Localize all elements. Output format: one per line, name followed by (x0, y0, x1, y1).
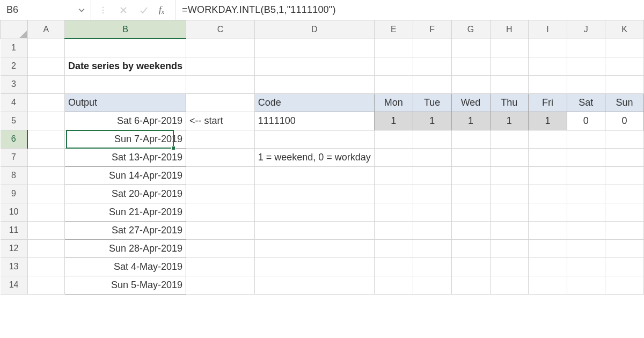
col-header-A[interactable]: A (27, 20, 64, 39)
cell[interactable] (529, 57, 567, 75)
cell[interactable] (490, 57, 529, 75)
cell[interactable] (374, 258, 413, 276)
day-value[interactable]: 1 (374, 112, 413, 130)
cell[interactable] (186, 148, 255, 166)
cell[interactable] (186, 239, 255, 258)
cell[interactable] (186, 258, 255, 276)
cell[interactable] (186, 57, 255, 75)
cell[interactable] (254, 75, 374, 93)
cell[interactable] (451, 276, 490, 294)
day-value[interactable]: 1 (451, 112, 490, 130)
cell[interactable] (186, 185, 255, 203)
output-cell[interactable]: Sun 14-Apr-2019 (64, 166, 186, 185)
cell[interactable] (254, 166, 374, 185)
cell[interactable] (529, 185, 567, 203)
cell[interactable] (374, 221, 413, 239)
col-header-K[interactable]: K (605, 20, 644, 39)
cell[interactable] (490, 276, 529, 294)
cell[interactable] (529, 39, 567, 57)
row-header-14[interactable]: 14 (1, 276, 28, 294)
day-header[interactable]: Sun (605, 93, 644, 112)
row-header-5[interactable]: 5 (1, 112, 28, 130)
day-header[interactable]: Sat (567, 93, 605, 112)
cell[interactable] (605, 239, 644, 258)
cell[interactable] (490, 258, 529, 276)
cell[interactable] (27, 148, 64, 166)
cell[interactable] (254, 57, 374, 75)
cell[interactable] (529, 148, 567, 166)
cell[interactable] (490, 130, 529, 148)
cell[interactable] (413, 166, 451, 185)
cell[interactable] (605, 185, 644, 203)
output-cell[interactable]: Sat 27-Apr-2019 (64, 221, 186, 239)
cell[interactable] (567, 185, 605, 203)
cell[interactable] (529, 239, 567, 258)
code-header[interactable]: Code (254, 93, 374, 112)
cell[interactable] (27, 166, 64, 185)
col-header-C[interactable]: C (186, 20, 255, 39)
cell[interactable] (490, 166, 529, 185)
cell[interactable] (254, 130, 374, 148)
cell[interactable] (567, 148, 605, 166)
day-value[interactable]: 1 (490, 112, 529, 130)
cell[interactable] (529, 166, 567, 185)
name-box-value[interactable]: B6 (4, 3, 77, 17)
col-header-I[interactable]: I (529, 20, 567, 39)
cell[interactable] (567, 239, 605, 258)
day-header[interactable]: Tue (413, 93, 451, 112)
row-header-8[interactable]: 8 (1, 166, 28, 185)
cell[interactable] (64, 75, 186, 93)
cell[interactable] (451, 166, 490, 185)
select-all-triangle[interactable] (1, 20, 28, 39)
col-header-G[interactable]: G (451, 20, 490, 39)
cell[interactable] (27, 258, 64, 276)
cell[interactable] (186, 166, 255, 185)
row-header-6[interactable]: 6 (1, 130, 28, 148)
cell[interactable] (27, 276, 64, 294)
cell[interactable] (254, 39, 374, 57)
cell[interactable] (413, 221, 451, 239)
day-header[interactable]: Wed (451, 93, 490, 112)
cell[interactable] (27, 130, 64, 148)
cell[interactable] (374, 166, 413, 185)
cell[interactable] (186, 93, 255, 112)
cell[interactable] (27, 185, 64, 203)
cell[interactable] (413, 148, 451, 166)
name-box-dropdown-icon[interactable] (77, 6, 86, 14)
cell[interactable] (451, 239, 490, 258)
cell[interactable] (451, 75, 490, 93)
name-box[interactable]: B6 (0, 0, 91, 20)
cell[interactable] (413, 239, 451, 258)
cell[interactable] (27, 221, 64, 239)
cell[interactable] (413, 75, 451, 93)
day-header[interactable]: Thu (490, 93, 529, 112)
cell[interactable] (451, 185, 490, 203)
day-header[interactable]: Fri (529, 93, 567, 112)
cell[interactable] (451, 57, 490, 75)
cell-legend[interactable]: 1 = weekend, 0 = workday (254, 148, 374, 166)
cell[interactable] (27, 75, 64, 93)
row-header-11[interactable]: 11 (1, 221, 28, 239)
col-header-B[interactable]: B (64, 20, 186, 39)
cell[interactable] (186, 130, 255, 148)
cell[interactable] (529, 203, 567, 221)
cell[interactable] (490, 75, 529, 93)
cell[interactable] (254, 276, 374, 294)
cell[interactable] (567, 221, 605, 239)
cell[interactable] (186, 75, 255, 93)
cell[interactable] (27, 203, 64, 221)
cell[interactable] (490, 221, 529, 239)
code-value[interactable]: 1111100 (254, 112, 374, 130)
cancel-icon[interactable] (117, 4, 130, 17)
cell[interactable] (413, 130, 451, 148)
output-cell[interactable]: Sat 4-May-2019 (64, 258, 186, 276)
cell[interactable] (451, 221, 490, 239)
cell[interactable] (374, 276, 413, 294)
cell[interactable] (567, 75, 605, 93)
output-cell[interactable]: Sat 6-Apr-2019 (64, 112, 186, 130)
cell[interactable] (186, 276, 255, 294)
day-value[interactable]: 1 (413, 112, 451, 130)
cell[interactable] (374, 130, 413, 148)
cell[interactable] (490, 239, 529, 258)
cell[interactable] (605, 148, 644, 166)
